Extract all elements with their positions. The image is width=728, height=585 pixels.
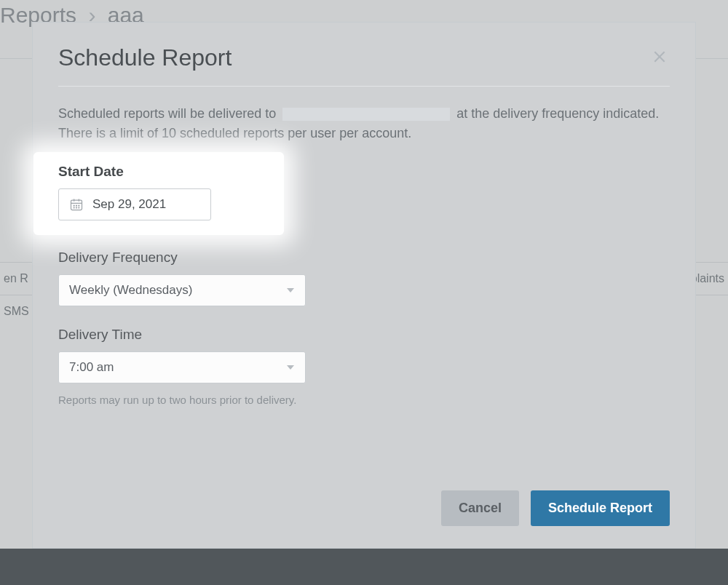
delivery-time-value: 7:00 am (69, 360, 114, 375)
delivery-frequency-select[interactable]: Weekly (Wednesdays) (58, 274, 306, 306)
svg-point-11 (79, 207, 79, 208)
chevron-down-icon (286, 286, 295, 295)
start-date-value: Sep 29, 2021 (92, 197, 166, 212)
svg-point-9 (74, 207, 74, 208)
schedule-report-button[interactable]: Schedule Report (531, 490, 670, 526)
delivery-time-select[interactable]: 7:00 am (58, 351, 306, 383)
start-date-label: Start Date (58, 164, 262, 180)
modal-description: Scheduled reports will be delivered to a… (58, 104, 670, 143)
chevron-down-icon (286, 363, 295, 372)
cancel-button[interactable]: Cancel (441, 490, 519, 526)
svg-point-7 (76, 205, 77, 206)
modal-title: Schedule Report (58, 44, 232, 71)
delivery-time-helper: Reports may run up to two hours prior to… (58, 394, 670, 406)
svg-point-10 (76, 207, 77, 208)
svg-point-6 (74, 205, 74, 206)
start-date-input[interactable]: Sep 29, 2021 (58, 188, 211, 220)
redacted-email (282, 108, 450, 121)
close-icon[interactable] (649, 47, 670, 70)
svg-point-8 (79, 205, 79, 206)
svg-marker-13 (287, 365, 294, 370)
svg-marker-12 (287, 288, 294, 292)
delivery-frequency-value: Weekly (Wednesdays) (69, 283, 192, 298)
calendar-icon (69, 197, 84, 212)
delivery-frequency-label: Delivery Frequency (58, 250, 670, 266)
delivery-time-label: Delivery Time (58, 327, 670, 343)
schedule-report-modal: Schedule Report Scheduled reports will b… (32, 22, 696, 549)
